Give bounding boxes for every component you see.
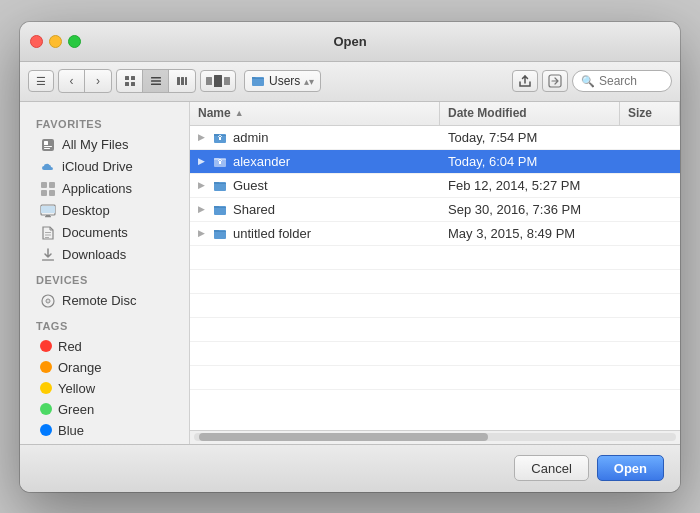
sidebar-item-remote-disc[interactable]: Remote Disc bbox=[24, 290, 185, 312]
scrollbar-thumb[interactable] bbox=[199, 433, 488, 441]
applications-icon bbox=[40, 181, 56, 197]
icon-view-button[interactable] bbox=[117, 70, 143, 92]
date-column-header[interactable]: Date Modified bbox=[440, 102, 620, 125]
svg-rect-9 bbox=[185, 77, 187, 85]
sidebar-item-icloud-drive[interactable]: iCloud Drive bbox=[24, 156, 185, 178]
svg-rect-37 bbox=[219, 161, 221, 164]
back-button[interactable]: ‹ bbox=[59, 70, 85, 92]
scrollbar-area[interactable] bbox=[190, 430, 680, 444]
green-tag-dot bbox=[40, 403, 52, 415]
svg-rect-18 bbox=[44, 148, 50, 149]
sidebar-item-blue[interactable]: Blue bbox=[24, 420, 185, 441]
search-input[interactable] bbox=[599, 74, 669, 88]
share-button[interactable] bbox=[512, 70, 538, 92]
minimize-button[interactable] bbox=[49, 35, 62, 48]
sidebar-item-label: Yellow bbox=[58, 381, 95, 396]
window-title: Open bbox=[333, 34, 366, 49]
svg-point-33 bbox=[48, 300, 49, 301]
file-date-cell: Today, 7:54 PM bbox=[440, 130, 620, 145]
file-date-cell: Feb 12, 2014, 5:27 PM bbox=[440, 178, 620, 193]
file-name-cell: ▶ untitled folder bbox=[190, 226, 440, 241]
svg-rect-10 bbox=[206, 77, 212, 85]
action-button[interactable] bbox=[542, 70, 568, 92]
row-expand-icon: ▶ bbox=[198, 180, 205, 190]
forward-button[interactable]: › bbox=[85, 70, 111, 92]
svg-rect-16 bbox=[44, 141, 48, 145]
file-name-cell: ▶ admin bbox=[190, 130, 440, 145]
column-view-button[interactable] bbox=[169, 70, 195, 92]
svg-rect-30 bbox=[42, 259, 54, 261]
icloud-icon bbox=[40, 159, 56, 175]
row-expand-icon: ▶ bbox=[198, 132, 205, 142]
size-column-header[interactable]: Size bbox=[620, 102, 680, 125]
svg-rect-24 bbox=[41, 206, 55, 213]
svg-rect-6 bbox=[151, 83, 161, 85]
desktop-icon bbox=[40, 203, 56, 219]
svg-rect-15 bbox=[42, 139, 54, 151]
scrollbar-track[interactable] bbox=[194, 433, 676, 441]
sidebar: Favorites All My Files iCloud Drive Appl… bbox=[20, 102, 190, 444]
file-name: admin bbox=[233, 130, 268, 145]
sidebar-item-label: Applications bbox=[62, 181, 132, 196]
blue-tag-dot bbox=[40, 424, 52, 436]
sidebar-item-label: Documents bbox=[62, 225, 128, 240]
sidebar-item-green[interactable]: Green bbox=[24, 399, 185, 420]
table-row-empty bbox=[190, 294, 680, 318]
sidebar-item-label: iCloud Drive bbox=[62, 159, 133, 174]
table-row[interactable]: ▶ Guest Feb 12, 2014, 5:27 PM bbox=[190, 174, 680, 198]
location-bar[interactable]: Users ▴▾ bbox=[244, 70, 321, 92]
tags-section-title: Tags bbox=[20, 312, 189, 336]
sidebar-item-documents[interactable]: Documents bbox=[24, 222, 185, 244]
maximize-button[interactable] bbox=[68, 35, 81, 48]
sidebar-toggle-button[interactable]: ☰ bbox=[28, 70, 54, 92]
title-bar: Open bbox=[20, 22, 680, 62]
svg-rect-5 bbox=[151, 80, 161, 82]
sidebar-item-label: All My Files bbox=[62, 137, 128, 152]
svg-rect-11 bbox=[214, 75, 222, 87]
table-row[interactable]: ▶ untitled folder May 3, 2015, 8:49 PM bbox=[190, 222, 680, 246]
sidebar-item-label: Blue bbox=[58, 423, 84, 438]
sidebar-item-red[interactable]: Red bbox=[24, 336, 185, 357]
share-icon bbox=[518, 74, 532, 88]
search-box[interactable]: 🔍 bbox=[572, 70, 672, 92]
svg-rect-2 bbox=[125, 82, 129, 86]
cover-flow-button[interactable] bbox=[200, 70, 236, 92]
close-button[interactable] bbox=[30, 35, 43, 48]
open-button[interactable]: Open bbox=[597, 455, 664, 481]
sidebar-item-applications[interactable]: Applications bbox=[24, 178, 185, 200]
file-date-cell: Today, 6:04 PM bbox=[440, 154, 620, 169]
cancel-button[interactable]: Cancel bbox=[514, 455, 588, 481]
sort-arrow-icon: ▲ bbox=[235, 108, 244, 118]
sidebar-item-label: Orange bbox=[58, 360, 101, 375]
red-tag-dot bbox=[40, 340, 52, 352]
svg-rect-0 bbox=[125, 76, 129, 80]
file-date-cell: Sep 30, 2016, 7:36 PM bbox=[440, 202, 620, 217]
row-expand-icon: ▶ bbox=[198, 204, 205, 214]
file-name: Guest bbox=[233, 178, 268, 193]
svg-rect-3 bbox=[131, 82, 135, 86]
name-column-header[interactable]: Name ▲ bbox=[190, 102, 440, 125]
row-expand-icon: ▶ bbox=[198, 228, 205, 238]
location-text: Users bbox=[269, 74, 300, 88]
sidebar-item-downloads[interactable]: Downloads bbox=[24, 244, 185, 266]
location-dropdown-icon: ▴▾ bbox=[304, 76, 314, 87]
svg-rect-4 bbox=[151, 77, 161, 79]
table-row[interactable]: ▶ Shared Sep 30, 2016, 7:36 PM bbox=[190, 198, 680, 222]
downloads-icon bbox=[40, 247, 56, 263]
table-row[interactable]: ▶ alexander Today, 6:04 PM bbox=[190, 150, 680, 174]
sidebar-item-orange[interactable]: Orange bbox=[24, 357, 185, 378]
table-row-empty bbox=[190, 246, 680, 270]
list-view-button[interactable] bbox=[143, 70, 169, 92]
sidebar-item-all-my-files[interactable]: All My Files bbox=[24, 134, 185, 156]
sidebar-item-label: Remote Disc bbox=[62, 293, 136, 308]
svg-rect-22 bbox=[49, 190, 55, 196]
sidebar-item-label: Downloads bbox=[62, 247, 126, 262]
search-icon: 🔍 bbox=[581, 75, 595, 88]
svg-rect-12 bbox=[224, 77, 230, 85]
file-header: Name ▲ Date Modified Size bbox=[190, 102, 680, 126]
sidebar-item-desktop[interactable]: Desktop bbox=[24, 200, 185, 222]
table-row[interactable]: ▶ admin Today, 7:54 PM bbox=[190, 126, 680, 150]
sidebar-item-yellow[interactable]: Yellow bbox=[24, 378, 185, 399]
svg-rect-29 bbox=[45, 237, 49, 238]
sidebar-item-label: Green bbox=[58, 402, 94, 417]
